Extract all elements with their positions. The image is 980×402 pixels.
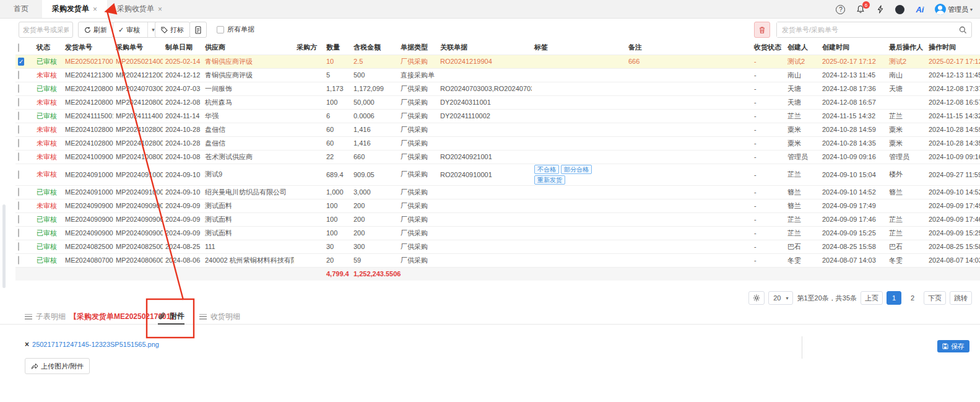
attachment-link[interactable]: 250217171247145-12323SP5151565.png bbox=[32, 341, 159, 348]
cell-status: 已审核 bbox=[34, 240, 63, 253]
row-checkbox[interactable] bbox=[18, 229, 19, 237]
row-checkbox[interactable] bbox=[18, 125, 19, 134]
cell-creator: 管理员 bbox=[785, 150, 820, 164]
jump-page-button[interactable]: 跳转 bbox=[950, 291, 972, 305]
cell-date: 2024-11-14 bbox=[163, 109, 202, 123]
close-icon[interactable]: × bbox=[93, 5, 97, 14]
cell-related-docs bbox=[438, 123, 532, 136]
row-checkbox[interactable]: ✓ bbox=[18, 58, 24, 66]
cell-creator: 天塘 bbox=[785, 95, 820, 109]
row-checkbox[interactable] bbox=[18, 98, 19, 107]
table-row[interactable]: 已审核ME20240909001MP202409090022024-09-09测… bbox=[15, 226, 980, 240]
table-row[interactable]: 已审核ME20240825001MP202408250032024-08-251… bbox=[15, 240, 980, 253]
topbar-icons: ? 6 Ai 管理员 ▾ bbox=[836, 0, 973, 19]
cell-purchase-no: MP20241208001 bbox=[113, 95, 163, 109]
cell-tags bbox=[532, 68, 626, 82]
chevron-down-icon: ▾ bbox=[970, 7, 973, 12]
cell-creator: 粟米 bbox=[785, 136, 820, 150]
prev-page-button[interactable]: 上页 bbox=[861, 291, 883, 305]
row-checkbox[interactable] bbox=[18, 139, 19, 147]
select-all-checkbox[interactable] bbox=[18, 43, 19, 52]
all-documents-checkbox[interactable]: 所有单据 bbox=[217, 25, 254, 34]
table-row[interactable]: 已审核ME20241208002MP202407030032024-07-03一… bbox=[15, 82, 980, 95]
cell-operate-time: 2024-09-09 17:46:41 bbox=[926, 212, 980, 226]
table-row[interactable]: 未审核ME20241009001MP202410080012024-10-08苍… bbox=[15, 150, 980, 164]
close-icon[interactable]: × bbox=[158, 5, 162, 14]
row-checkbox[interactable] bbox=[18, 152, 19, 161]
table-row[interactable]: 未审核ME20241208001MP202412080012024-12-08杭… bbox=[15, 95, 980, 109]
row-checkbox[interactable] bbox=[18, 256, 19, 264]
totals-row: 4,799.41,252,243.5506 bbox=[15, 267, 980, 281]
table-row[interactable]: 已审核ME20240807002MP202408060012024-08-062… bbox=[15, 253, 980, 267]
export-doc-button[interactable] bbox=[189, 22, 207, 38]
cell-quantity: 6 bbox=[324, 109, 351, 123]
detail-tab-subtable[interactable]: 子表明细【采购发货单ME20250217001】 bbox=[25, 308, 178, 325]
table-row[interactable]: 未审核ME20240909003MP202409090022024-09-09测… bbox=[15, 199, 980, 212]
table-row[interactable]: ✓已审核ME20250217001MP202502140012025-02-14… bbox=[15, 55, 980, 68]
cell-remark bbox=[626, 95, 752, 109]
table-row[interactable]: 未审核ME20240910002MP202409100032024-09-10测… bbox=[15, 164, 980, 185]
theme-ball-icon[interactable] bbox=[895, 4, 905, 14]
help-icon[interactable]: ? bbox=[836, 4, 846, 14]
row-checkbox[interactable] bbox=[18, 111, 19, 120]
delete-button[interactable] bbox=[754, 22, 770, 38]
page-button-1[interactable]: 1 bbox=[887, 291, 901, 305]
search-input[interactable] bbox=[777, 22, 953, 37]
table-row[interactable]: 已审核ME20240910001MP202409100022024-09-10绍… bbox=[15, 185, 980, 199]
column-header: 采购方 bbox=[294, 41, 324, 55]
audit-split-button[interactable]: ✓审核 ▾ bbox=[113, 22, 159, 38]
row-checkbox[interactable] bbox=[18, 188, 19, 196]
table-settings-button[interactable] bbox=[748, 291, 765, 305]
save-button[interactable]: 保存 bbox=[937, 340, 969, 352]
debug-flash-icon[interactable] bbox=[875, 4, 885, 14]
mark-button[interactable]: 打标 bbox=[155, 22, 190, 38]
checkbox-icon[interactable] bbox=[217, 26, 224, 33]
tab-purchase-delivery[interactable]: 采购发货单 × bbox=[42, 0, 107, 18]
cell-receive-status: - bbox=[752, 82, 785, 95]
cell-tags bbox=[532, 185, 626, 199]
cell-remark bbox=[626, 150, 752, 164]
cell-date: 2024-10-08 bbox=[163, 150, 202, 164]
user-menu[interactable]: 管理员 ▾ bbox=[935, 4, 973, 15]
notification-bell-icon[interactable]: 6 bbox=[856, 4, 865, 14]
table-row[interactable]: 已审核ME20240909002MP202409090022024-09-09测… bbox=[15, 212, 980, 226]
cell-tags bbox=[532, 253, 626, 267]
cell-tags bbox=[532, 95, 626, 109]
detail-tabbar: 子表明细【采购发货单ME20250217001】 附件 收货明细 bbox=[0, 308, 980, 325]
table-row[interactable]: 未审核ME20241028001MP202410280012024-10-28盘… bbox=[15, 136, 980, 150]
page-button-2[interactable]: 2 bbox=[905, 291, 920, 305]
cell-create-time: 2024-12-08 17:36 bbox=[820, 82, 887, 95]
row-checkbox[interactable] bbox=[18, 71, 19, 79]
remove-attachment-icon[interactable]: × bbox=[25, 340, 29, 349]
ai-assistant-icon[interactable]: Ai bbox=[915, 4, 925, 14]
table-row[interactable]: 未审核ME20241213001MP202412120022024-12-12青… bbox=[15, 68, 980, 82]
cell-operator bbox=[887, 95, 926, 109]
next-page-button[interactable]: 下页 bbox=[924, 291, 946, 305]
row-checkbox[interactable] bbox=[18, 242, 19, 251]
upload-button[interactable]: 上传图片/附件 bbox=[25, 358, 90, 374]
cell-create-time: 2024-09-10 14:52 bbox=[820, 185, 887, 199]
cell-receive-status: - bbox=[752, 123, 785, 136]
cell-amount: 1,416 bbox=[351, 123, 398, 136]
row-checkbox[interactable] bbox=[18, 84, 19, 93]
cell-create-time: 2024-09-09 15:25 bbox=[820, 226, 887, 240]
check-icon: ✓ bbox=[118, 26, 124, 34]
cell-amount: 500 bbox=[351, 68, 398, 82]
tab-home[interactable]: 首页 bbox=[0, 0, 42, 18]
row-checkbox[interactable] bbox=[18, 170, 19, 179]
cell-date: 2024-10-28 bbox=[163, 136, 202, 150]
table-row[interactable]: 已审核ME20241115001MP202411140052024-11-14华… bbox=[15, 109, 980, 123]
refresh-button[interactable]: 刷新 bbox=[78, 22, 113, 38]
detail-tab-receive[interactable]: 收货明细 bbox=[199, 308, 240, 325]
order-filter-input[interactable] bbox=[19, 22, 73, 38]
search-icon[interactable] bbox=[959, 26, 967, 34]
row-checkbox[interactable] bbox=[18, 215, 19, 224]
page-size-select[interactable]: 20 ▾ bbox=[768, 291, 793, 305]
vertical-scrollbar[interactable] bbox=[2, 204, 6, 288]
tab-purchase-receive[interactable]: 采购收货单 × bbox=[107, 0, 172, 18]
cell-purchase-no: MP20240909002 bbox=[113, 212, 163, 226]
row-checkbox[interactable] bbox=[18, 201, 19, 210]
detail-tab-attachments[interactable]: 附件 bbox=[158, 308, 184, 325]
totals-cell bbox=[926, 267, 980, 281]
table-row[interactable]: 未审核ME20241028002MP202410280012024-10-28盘… bbox=[15, 123, 980, 136]
